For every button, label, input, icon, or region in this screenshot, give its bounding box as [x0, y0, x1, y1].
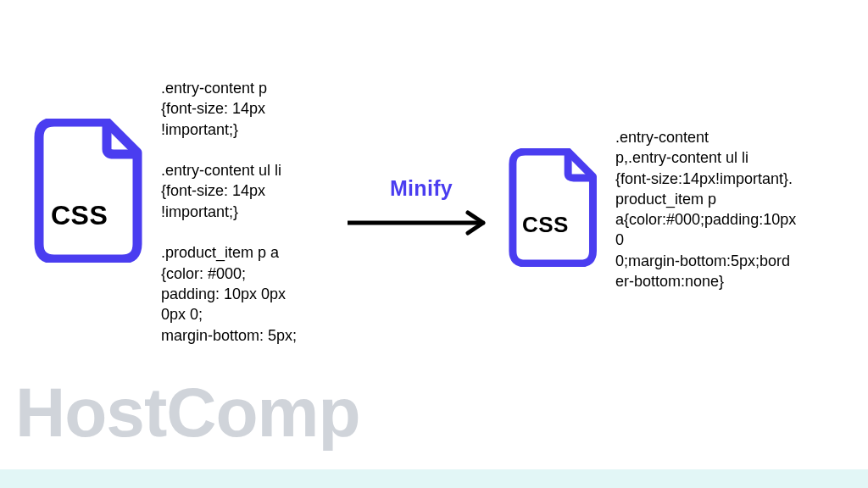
file-icon [34, 119, 144, 263]
css-file-label-left: CSS [51, 200, 108, 231]
watermark-text: HostComp [15, 373, 360, 452]
css-file-icon-right [509, 148, 598, 270]
css-file-label-right: CSS [522, 212, 569, 238]
minify-label: Minify [341, 176, 502, 201]
unminified-css-code: .entry-content p {font-size: 14px !impor… [161, 78, 343, 346]
bottom-accent-strip [0, 469, 868, 488]
css-file-icon-left [34, 119, 144, 266]
file-icon [509, 148, 598, 267]
arrow-right-icon [341, 206, 502, 240]
minified-css-code: .entry-content p,.entry-content ul li {f… [615, 127, 829, 291]
minify-arrow-group: Minify [341, 176, 502, 243]
diagram-canvas: CSS .entry-content p {font-size: 14px !i… [0, 0, 868, 488]
